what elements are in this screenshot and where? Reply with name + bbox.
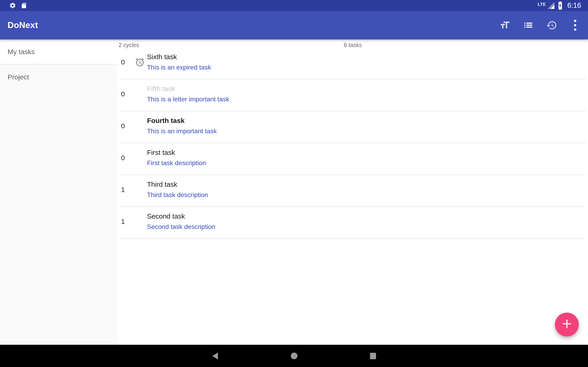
status-bar-right: LTE 6:16: [538, 1, 581, 10]
history-button[interactable]: [546, 20, 557, 31]
task-icon-slot: [132, 57, 147, 67]
network-type-label: LTE: [538, 2, 546, 7]
screen: LTE 6:16 DoNext: [0, 0, 588, 367]
task-list-panel: 2 cycles 6 tasks 0 Sixth task This is an…: [118, 40, 588, 345]
task-title: Fourth task: [147, 117, 216, 125]
task-icon-slot: [132, 89, 147, 99]
task-description: First task description: [147, 159, 206, 167]
home-icon: [291, 352, 297, 359]
app-bar: DoNext: [0, 11, 588, 40]
signal-strength-icon: [548, 2, 554, 9]
cycles-header: 2 cycles: [119, 42, 139, 48]
sidebar-item-my-tasks[interactable]: My tasks: [0, 40, 118, 65]
task-description: This is an important task: [147, 127, 216, 135]
task-row[interactable]: 1 Second task Second task description: [120, 207, 586, 239]
settings-icon: [9, 2, 16, 9]
task-description: This is a letter important task: [147, 96, 229, 103]
home-button[interactable]: [288, 350, 300, 361]
task-text: Third task Third task description: [147, 181, 208, 199]
text-size-icon: [499, 20, 510, 31]
task-description: Second task description: [147, 223, 215, 231]
sidebar: My tasks Project: [0, 40, 118, 345]
task-cycle-count: 1: [120, 218, 132, 225]
sd-card-icon: [21, 2, 27, 9]
task-cycle-count: 0: [120, 154, 132, 162]
history-icon: [546, 20, 557, 31]
task-cycle-count: 0: [120, 90, 132, 98]
list-view-button[interactable]: [523, 20, 534, 31]
recents-icon: [370, 353, 376, 359]
overflow-menu-icon: [574, 20, 576, 31]
text-size-button[interactable]: [499, 20, 510, 31]
task-title: Second task: [147, 212, 215, 220]
status-bar-left: [9, 2, 27, 9]
task-text: First task First task description: [147, 149, 206, 167]
sidebar-item-label: My tasks: [8, 48, 35, 56]
task-text: Fourth task This is an important task: [147, 117, 216, 135]
status-bar: LTE 6:16: [0, 0, 588, 11]
app-title: DoNext: [8, 20, 38, 30]
task-icon-slot: [132, 217, 147, 227]
sidebar-item-project[interactable]: Project: [0, 65, 118, 90]
list-headers: 2 cycles 6 tasks: [118, 40, 588, 48]
list-icon: [523, 20, 534, 31]
overflow-menu-button[interactable]: [570, 20, 581, 31]
app-bar-actions: [499, 20, 581, 31]
task-title: First task: [147, 149, 206, 157]
task-text: Sixth task This is an expired task: [147, 53, 211, 71]
task-icon-slot: [132, 121, 147, 131]
task-row[interactable]: 0 Sixth task This is an expired task: [120, 48, 586, 79]
task-title: Third task: [147, 181, 208, 189]
task-description: This is an expired task: [147, 64, 211, 71]
task-cycle-count: 1: [120, 186, 132, 194]
clock-time: 6:16: [567, 1, 581, 10]
task-description: Third task description: [147, 191, 208, 199]
back-button[interactable]: [209, 350, 221, 361]
recents-button[interactable]: [367, 350, 379, 361]
task-cycle-count: 0: [120, 58, 132, 66]
add-task-fab[interactable]: +: [555, 313, 579, 336]
task-row[interactable]: 0 Fifth task This is a letter important …: [120, 79, 586, 111]
task-text: Fifth task This is a letter important ta…: [147, 85, 229, 103]
task-row[interactable]: 1 Third task Third task description: [120, 175, 586, 207]
plus-icon: +: [562, 315, 572, 332]
task-list: 0 Sixth task This is an expired task 0 F…: [120, 48, 586, 239]
alarm-icon: [135, 57, 145, 67]
task-icon-slot: [132, 185, 147, 195]
tasks-count-header: 6 tasks: [344, 42, 362, 48]
task-icon-slot: [132, 153, 147, 163]
main-area: My tasks Project 2 cycles 6 tasks 0 Sixt…: [0, 40, 588, 345]
navigation-bar: [0, 345, 588, 367]
task-title: Fifth task: [147, 85, 229, 93]
task-title: Sixth task: [147, 53, 211, 61]
battery-charging-icon: [557, 1, 563, 10]
sidebar-item-label: Project: [8, 73, 29, 81]
task-row[interactable]: 0 First task First task description: [120, 143, 586, 175]
task-row[interactable]: 0 Fourth task This is an important task: [120, 111, 586, 143]
task-text: Second task Second task description: [147, 212, 215, 231]
back-icon: [212, 352, 218, 359]
task-cycle-count: 0: [120, 122, 132, 130]
